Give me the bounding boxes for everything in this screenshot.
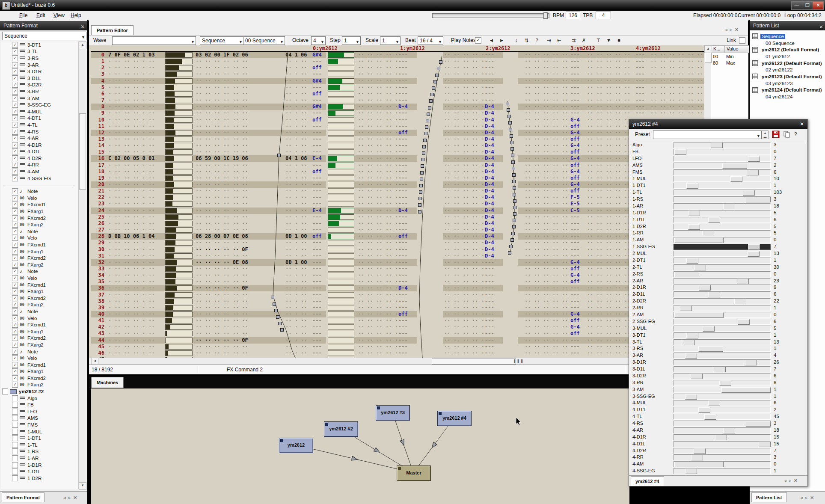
slider-thumb[interactable]: [702, 231, 714, 236]
wave-combo[interactable]: ▼: [112, 36, 196, 45]
param-slider[interactable]: [674, 149, 771, 155]
checkbox[interactable]: ✓: [12, 55, 18, 61]
checkbox[interactable]: ✓: [12, 62, 18, 68]
param-slider[interactable]: [674, 427, 771, 433]
slider-thumb[interactable]: [734, 299, 746, 304]
param-slider[interactable]: [674, 210, 771, 216]
format-tree-scrollbar[interactable]: ▲ ▼: [78, 42, 86, 489]
param-slider[interactable]: [674, 414, 771, 420]
checkbox[interactable]: ✓: [12, 262, 18, 268]
tree-item-velo[interactable]: ✓00Velo: [1, 275, 78, 282]
curve-handle[interactable]: [436, 74, 439, 77]
param-slider[interactable]: [674, 359, 771, 365]
checkbox[interactable]: ✓: [12, 148, 18, 154]
beat-combo[interactable]: 16 / 4▼: [418, 36, 443, 45]
tree-item-fxarg1[interactable]: ✓00FXarg1: [1, 368, 78, 375]
delete-track-button[interactable]: ⇤: [555, 36, 564, 45]
menu-help[interactable]: Help: [68, 12, 84, 19]
curve-handle[interactable]: [275, 309, 278, 312]
slider-thumb[interactable]: [698, 346, 723, 352]
checkbox[interactable]: [12, 468, 18, 474]
curve-handle[interactable]: [276, 316, 279, 319]
param-slider[interactable]: [674, 305, 771, 311]
curve-handle[interactable]: [507, 109, 510, 112]
tree-item-fxarg1[interactable]: ✓00FXarg1: [1, 248, 78, 255]
pattern-list-item-01-ym2612[interactable]: 01 ym2612: [750, 53, 825, 60]
curve-handle[interactable]: [512, 161, 515, 164]
tab-machine-params[interactable]: ym2612 #4: [631, 476, 664, 486]
param-slider[interactable]: [674, 176, 771, 182]
param-slider[interactable]: [674, 441, 771, 447]
scroll-thumb[interactable]: [705, 53, 712, 63]
checkbox[interactable]: ✓: [12, 135, 18, 141]
checkbox[interactable]: ✓: [12, 82, 18, 88]
slider-thumb[interactable]: [691, 455, 703, 460]
checkbox[interactable]: ✓: [12, 162, 18, 168]
curve-handle[interactable]: [513, 213, 516, 216]
checkbox[interactable]: [12, 409, 18, 415]
slider-thumb[interactable]: [686, 333, 698, 338]
pane-nav-icons[interactable]: ◃▹✕: [725, 27, 741, 33]
tree-item-4-mul[interactable]: ✓4-MUL: [1, 108, 78, 115]
param-slider[interactable]: [674, 217, 771, 223]
step-combo[interactable]: 1▼: [342, 36, 361, 45]
slider-thumb[interactable]: [723, 428, 735, 433]
checkbox[interactable]: [12, 448, 18, 454]
tree-item-1-mul[interactable]: 1-MUL: [1, 428, 78, 435]
checkbox[interactable]: ✓: [12, 109, 18, 115]
tree-item-velo[interactable]: ✓00Velo: [1, 195, 78, 202]
curve-handle[interactable]: [421, 172, 424, 175]
checkbox[interactable]: ✓: [12, 375, 18, 381]
curve-handle[interactable]: [424, 139, 427, 142]
tree-item-fms[interactable]: FMS: [1, 421, 78, 428]
checkbox[interactable]: ✓: [12, 322, 18, 328]
curve-handle[interactable]: [510, 141, 513, 144]
tree-item-note[interactable]: ✓♪Note: [1, 348, 78, 355]
tree-item-fxarg2[interactable]: ✓00FXarg2: [1, 382, 78, 388]
tree-item-fxarg2[interactable]: ✓00FXarg2: [1, 341, 78, 348]
slider-thumb[interactable]: [691, 374, 703, 379]
slider-thumb[interactable]: [674, 272, 699, 277]
tab-pattern-list[interactable]: Pattern List: [751, 492, 787, 502]
tree-item-1-d2r[interactable]: 1-D2R: [1, 475, 78, 482]
pattern-list-item-ym2612-default-format-[interactable]: ym2612 (Default Format): [750, 46, 825, 53]
pattern-grid[interactable]: 0:ym26121:ym26122:ym26123:ym26124:ym2612…: [89, 45, 708, 358]
checkbox[interactable]: ✓: [12, 188, 18, 194]
param-slider[interactable]: [674, 312, 771, 318]
slider-thumb[interactable]: [674, 149, 686, 155]
pattern-combo[interactable]: 00 Sequence▼: [243, 36, 285, 45]
scroll-left-icon[interactable]: ◄: [92, 358, 98, 364]
pattern-list-item-ym26122-default-format-[interactable]: ym26122 (Default Format): [750, 60, 825, 67]
checkbox[interactable]: ✓: [12, 228, 18, 234]
tree-item-4-am[interactable]: ✓4-AM: [1, 168, 78, 175]
next-column-button[interactable]: ►: [497, 36, 506, 45]
pattern-list-item-02-ym26122[interactable]: 02 ym26122: [750, 66, 825, 73]
checkbox[interactable]: ✓: [12, 195, 18, 201]
checkbox[interactable]: [12, 442, 18, 448]
checkbox[interactable]: ✓: [12, 275, 18, 281]
tree-item-lfo[interactable]: LFO: [1, 408, 78, 415]
curve-handle[interactable]: [422, 152, 425, 155]
volume-thumb[interactable]: [543, 12, 548, 19]
tree-item-4-ssg-eg[interactable]: ✓4-SSG-EG: [1, 175, 78, 182]
param-slider[interactable]: [674, 339, 771, 345]
curve-handle[interactable]: [419, 197, 422, 200]
tree-item-fxcmd1[interactable]: ✓00FXcmd1: [1, 241, 78, 248]
curve-handle[interactable]: [420, 178, 423, 181]
tree-item-3-tl[interactable]: ✓3-TL: [1, 48, 78, 55]
tree-item-3-am[interactable]: ✓3-AM: [1, 95, 78, 102]
checkbox[interactable]: [12, 455, 18, 461]
curve-handle[interactable]: [508, 115, 511, 118]
param-slider[interactable]: [674, 448, 771, 454]
param-slider[interactable]: [674, 394, 771, 400]
machine-ym2612-4[interactable]: ym2612 #4: [437, 411, 472, 426]
param-slider[interactable]: [674, 190, 771, 196]
checkbox[interactable]: [12, 422, 18, 428]
slider-thumb[interactable]: [730, 176, 742, 182]
curve-handle[interactable]: [434, 80, 437, 83]
param-slider[interactable]: [674, 196, 771, 202]
tree-item-fxcmd1[interactable]: ✓00FXcmd1: [1, 282, 78, 288]
splitter-grip-icon[interactable]: ❚❚❚: [513, 359, 524, 363]
machine-ym2612[interactable]: ym2612: [279, 438, 313, 453]
play-notes-checkbox[interactable]: ✓: [475, 37, 481, 44]
